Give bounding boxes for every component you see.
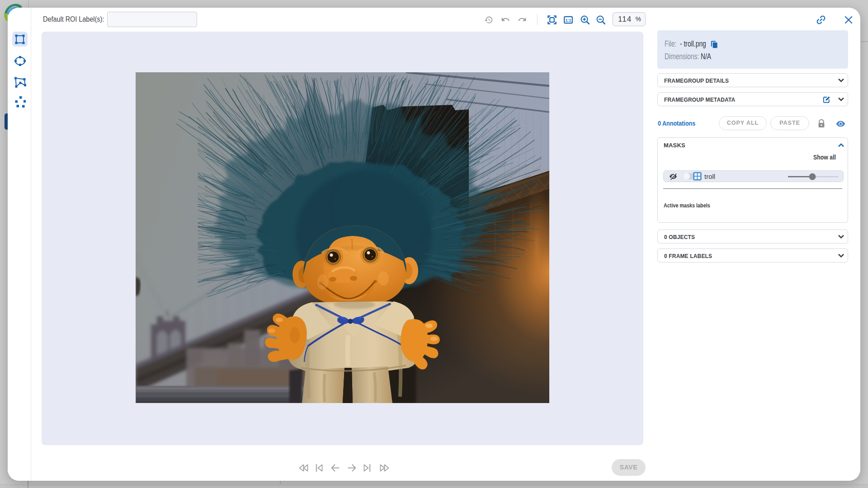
svg-text:1:1: 1:1 (566, 18, 571, 23)
